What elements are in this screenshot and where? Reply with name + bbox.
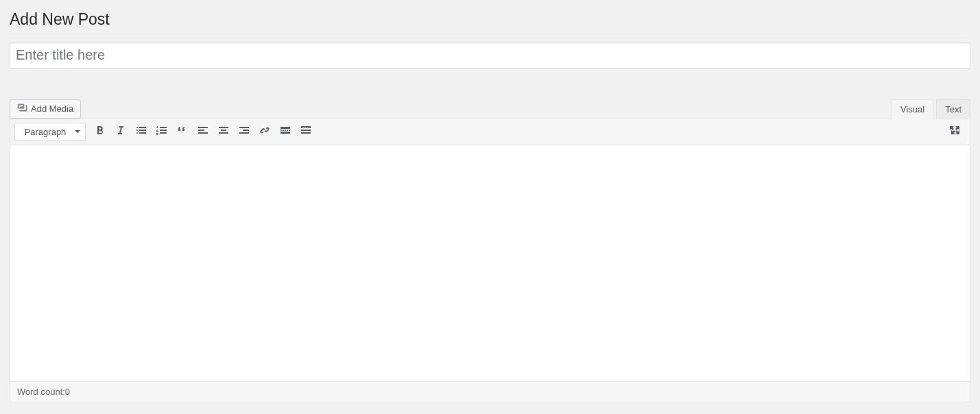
status-bar: Word count: 0 xyxy=(10,381,970,402)
align-left-icon xyxy=(196,123,210,140)
read-more-icon xyxy=(278,123,292,140)
blockquote-icon xyxy=(176,123,189,140)
align-center-button[interactable] xyxy=(213,121,234,142)
editor-container: Paragraph xyxy=(10,119,970,402)
word-count-label: Word count: xyxy=(17,387,65,397)
align-right-button[interactable] xyxy=(234,121,254,142)
number-list-icon xyxy=(155,123,169,140)
toolbar-toggle-button[interactable] xyxy=(296,121,316,142)
word-count-value: 0 xyxy=(65,387,70,397)
align-center-icon xyxy=(217,123,230,140)
editor-tabs: Visual Text xyxy=(892,99,970,119)
editor-toolbar: Paragraph xyxy=(10,119,970,145)
fullscreen-button[interactable] xyxy=(945,121,966,142)
italic-button[interactable] xyxy=(110,121,131,142)
tab-visual[interactable]: Visual xyxy=(892,99,933,119)
blockquote-button[interactable] xyxy=(172,121,193,142)
link-button[interactable] xyxy=(254,121,275,142)
toolbar-toggle-icon xyxy=(299,123,313,140)
content-editor[interactable] xyxy=(10,145,970,381)
bold-button[interactable] xyxy=(90,121,110,142)
link-icon xyxy=(258,123,272,140)
format-select[interactable]: Paragraph xyxy=(14,123,86,141)
align-right-icon xyxy=(237,123,251,140)
page-title: Add New Post xyxy=(10,7,970,33)
fullscreen-icon xyxy=(948,123,962,140)
add-media-button[interactable]: Add Media xyxy=(10,99,81,119)
post-title-input[interactable] xyxy=(10,42,970,69)
italic-icon xyxy=(114,123,128,140)
spacer xyxy=(10,69,970,99)
tab-text[interactable]: Text xyxy=(936,99,970,119)
bullet-list-icon xyxy=(134,123,148,140)
bold-icon xyxy=(93,123,107,140)
media-icon xyxy=(17,102,28,115)
number-list-button[interactable] xyxy=(152,121,172,142)
read-more-button[interactable] xyxy=(275,121,296,142)
bullet-list-button[interactable] xyxy=(131,121,152,142)
align-left-button[interactable] xyxy=(193,121,213,142)
add-media-label: Add Media xyxy=(31,103,73,114)
media-row: Add Media Visual Text xyxy=(10,99,970,119)
